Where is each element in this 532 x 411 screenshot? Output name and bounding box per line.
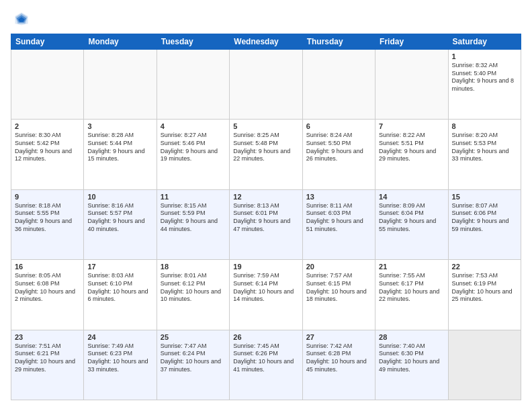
day-info: Sunrise: 8:27 AM Sunset: 5:46 PM Dayligh…	[161, 132, 226, 163]
day-number: 23	[15, 333, 80, 341]
day-info: Sunrise: 8:03 AM Sunset: 6:10 PM Dayligh…	[87, 272, 152, 304]
day-info: Sunrise: 8:11 AM Sunset: 6:03 PM Dayligh…	[306, 202, 371, 234]
calendar-day-cell	[11, 50, 84, 120]
day-info: Sunrise: 8:18 AM Sunset: 5:55 PM Dayligh…	[15, 202, 80, 234]
calendar-day-cell: 17Sunrise: 8:03 AM Sunset: 6:10 PM Dayli…	[84, 260, 157, 330]
calendar-day-cell: 8Sunrise: 8:20 AM Sunset: 5:53 PM Daylig…	[448, 120, 521, 189]
calendar-header-friday: Friday	[375, 34, 448, 50]
calendar-day-cell: 23Sunrise: 7:51 AM Sunset: 6:21 PM Dayli…	[11, 330, 84, 400]
calendar-day-cell: 2Sunrise: 8:30 AM Sunset: 5:42 PM Daylig…	[11, 120, 84, 189]
calendar-table: SundayMondayTuesdayWednesdayThursdayFrid…	[11, 34, 521, 400]
day-number: 17	[87, 263, 152, 271]
calendar-day-cell: 18Sunrise: 8:01 AM Sunset: 6:12 PM Dayli…	[157, 260, 229, 330]
day-info: Sunrise: 8:30 AM Sunset: 5:42 PM Dayligh…	[15, 132, 80, 163]
calendar-header-tuesday: Tuesday	[157, 34, 229, 50]
day-info: Sunrise: 7:45 AM Sunset: 6:26 PM Dayligh…	[233, 342, 298, 374]
day-number: 11	[161, 193, 226, 201]
day-info: Sunrise: 8:24 AM Sunset: 5:50 PM Dayligh…	[306, 132, 371, 163]
day-info: Sunrise: 7:49 AM Sunset: 6:23 PM Dayligh…	[87, 342, 152, 374]
day-number: 8	[452, 122, 517, 130]
day-info: Sunrise: 7:42 AM Sunset: 6:28 PM Dayligh…	[306, 342, 371, 374]
day-number: 16	[15, 263, 80, 271]
calendar-day-cell: 3Sunrise: 8:28 AM Sunset: 5:44 PM Daylig…	[84, 120, 157, 189]
day-info: Sunrise: 8:28 AM Sunset: 5:44 PM Dayligh…	[87, 132, 152, 163]
day-number: 3	[87, 122, 152, 130]
calendar-header-saturday: Saturday	[448, 34, 521, 50]
day-info: Sunrise: 8:22 AM Sunset: 5:51 PM Dayligh…	[379, 132, 444, 163]
calendar-day-cell: 15Sunrise: 8:07 AM Sunset: 6:06 PM Dayli…	[448, 189, 521, 259]
calendar-day-cell: 4Sunrise: 8:27 AM Sunset: 5:46 PM Daylig…	[157, 120, 229, 189]
day-number: 6	[306, 122, 371, 130]
day-number: 27	[306, 333, 371, 341]
day-info: Sunrise: 8:25 AM Sunset: 5:48 PM Dayligh…	[233, 132, 298, 163]
day-number: 12	[233, 193, 298, 201]
day-number: 18	[161, 263, 226, 271]
calendar-day-cell: 5Sunrise: 8:25 AM Sunset: 5:48 PM Daylig…	[230, 120, 302, 189]
day-number: 14	[379, 193, 444, 201]
day-info: Sunrise: 8:09 AM Sunset: 6:04 PM Dayligh…	[379, 202, 444, 234]
day-info: Sunrise: 8:13 AM Sunset: 6:01 PM Dayligh…	[233, 202, 298, 234]
day-info: Sunrise: 7:55 AM Sunset: 6:17 PM Dayligh…	[379, 272, 444, 304]
logo	[11, 11, 30, 27]
calendar-day-cell: 21Sunrise: 7:55 AM Sunset: 6:17 PM Dayli…	[375, 260, 448, 330]
day-info: Sunrise: 7:59 AM Sunset: 6:14 PM Dayligh…	[233, 272, 298, 304]
day-info: Sunrise: 8:07 AM Sunset: 6:06 PM Dayligh…	[452, 202, 517, 234]
day-number: 1	[452, 52, 517, 60]
day-number: 7	[379, 122, 444, 130]
calendar-header-thursday: Thursday	[302, 34, 375, 50]
day-info: Sunrise: 8:15 AM Sunset: 5:59 PM Dayligh…	[161, 202, 226, 234]
day-info: Sunrise: 8:16 AM Sunset: 5:57 PM Dayligh…	[87, 202, 152, 234]
calendar-day-cell: 20Sunrise: 7:57 AM Sunset: 6:15 PM Dayli…	[302, 260, 375, 330]
day-number: 26	[233, 333, 298, 341]
day-number: 10	[87, 193, 152, 201]
day-number: 21	[379, 263, 444, 271]
page: SundayMondayTuesdayWednesdayThursdayFrid…	[0, 0, 532, 411]
calendar-day-cell: 7Sunrise: 8:22 AM Sunset: 5:51 PM Daylig…	[375, 120, 448, 189]
day-info: Sunrise: 8:20 AM Sunset: 5:53 PM Dayligh…	[452, 132, 517, 163]
day-number: 28	[379, 333, 444, 341]
calendar-day-cell: 14Sunrise: 8:09 AM Sunset: 6:04 PM Dayli…	[375, 189, 448, 259]
day-info: Sunrise: 7:53 AM Sunset: 6:19 PM Dayligh…	[452, 272, 517, 304]
calendar-day-cell: 28Sunrise: 7:40 AM Sunset: 6:30 PM Dayli…	[375, 330, 448, 400]
calendar-header-row: SundayMondayTuesdayWednesdayThursdayFrid…	[11, 34, 521, 50]
calendar-day-cell: 9Sunrise: 8:18 AM Sunset: 5:55 PM Daylig…	[11, 189, 84, 259]
calendar-header-sunday: Sunday	[11, 34, 84, 50]
calendar-day-cell: 1Sunrise: 8:32 AM Sunset: 5:40 PM Daylig…	[448, 50, 521, 120]
calendar-week-row: 23Sunrise: 7:51 AM Sunset: 6:21 PM Dayli…	[11, 330, 521, 400]
calendar-day-cell	[84, 50, 157, 120]
day-number: 19	[233, 263, 298, 271]
day-info: Sunrise: 8:01 AM Sunset: 6:12 PM Dayligh…	[161, 272, 226, 304]
calendar-day-cell: 13Sunrise: 8:11 AM Sunset: 6:03 PM Dayli…	[302, 189, 375, 259]
calendar-week-row: 2Sunrise: 8:30 AM Sunset: 5:42 PM Daylig…	[11, 120, 521, 189]
day-info: Sunrise: 8:32 AM Sunset: 5:40 PM Dayligh…	[452, 62, 517, 93]
day-info: Sunrise: 7:40 AM Sunset: 6:30 PM Dayligh…	[379, 342, 444, 374]
day-info: Sunrise: 8:05 AM Sunset: 6:08 PM Dayligh…	[15, 272, 80, 304]
calendar-day-cell: 24Sunrise: 7:49 AM Sunset: 6:23 PM Dayli…	[84, 330, 157, 400]
calendar-day-cell: 16Sunrise: 8:05 AM Sunset: 6:08 PM Dayli…	[11, 260, 84, 330]
calendar-week-row: 16Sunrise: 8:05 AM Sunset: 6:08 PM Dayli…	[11, 260, 521, 330]
day-number: 4	[161, 122, 226, 130]
day-info: Sunrise: 7:47 AM Sunset: 6:24 PM Dayligh…	[161, 342, 226, 374]
calendar-day-cell: 11Sunrise: 8:15 AM Sunset: 5:59 PM Dayli…	[157, 189, 229, 259]
day-number: 5	[233, 122, 298, 130]
day-number: 9	[15, 193, 80, 201]
calendar-day-cell: 26Sunrise: 7:45 AM Sunset: 6:26 PM Dayli…	[230, 330, 302, 400]
calendar-day-cell: 12Sunrise: 8:13 AM Sunset: 6:01 PM Dayli…	[230, 189, 302, 259]
calendar-day-cell: 6Sunrise: 8:24 AM Sunset: 5:50 PM Daylig…	[302, 120, 375, 189]
calendar-header-monday: Monday	[84, 34, 157, 50]
logo-icon	[13, 11, 30, 27]
day-number: 15	[452, 193, 517, 201]
calendar-week-row: 1Sunrise: 8:32 AM Sunset: 5:40 PM Daylig…	[11, 50, 521, 120]
calendar-day-cell	[448, 330, 521, 400]
calendar-day-cell: 27Sunrise: 7:42 AM Sunset: 6:28 PM Dayli…	[302, 330, 375, 400]
day-number: 13	[306, 193, 371, 201]
day-number: 2	[15, 122, 80, 130]
day-number: 24	[87, 333, 152, 341]
day-info: Sunrise: 7:51 AM Sunset: 6:21 PM Dayligh…	[15, 342, 80, 374]
calendar-header-wednesday: Wednesday	[230, 34, 302, 50]
calendar-day-cell: 25Sunrise: 7:47 AM Sunset: 6:24 PM Dayli…	[157, 330, 229, 400]
calendar-day-cell: 19Sunrise: 7:59 AM Sunset: 6:14 PM Dayli…	[230, 260, 302, 330]
calendar-day-cell: 10Sunrise: 8:16 AM Sunset: 5:57 PM Dayli…	[84, 189, 157, 259]
day-number: 22	[452, 263, 517, 271]
day-info: Sunrise: 7:57 AM Sunset: 6:15 PM Dayligh…	[306, 272, 371, 304]
